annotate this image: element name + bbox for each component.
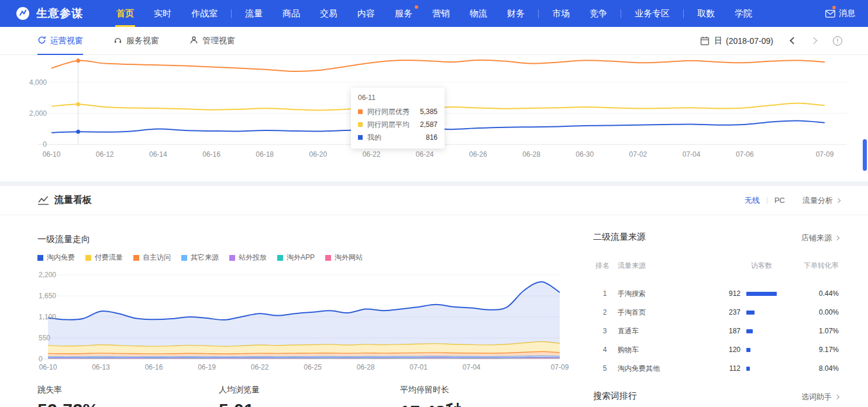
nav-label: 交易 xyxy=(320,8,337,19)
stat-value: 59.73% xyxy=(37,400,99,407)
table-row[interactable]: 2 手淘首页 237 0.00% xyxy=(593,303,839,322)
nav-label: 财务 xyxy=(507,8,525,19)
app-title: 生意参谋 xyxy=(36,6,83,21)
tab-operations-view[interactable]: 运营视窗 xyxy=(37,27,83,54)
conversion-cell: 0.00% xyxy=(786,303,839,322)
stat-label: 跳失率 xyxy=(37,385,99,395)
message-label: 消息 xyxy=(839,8,855,19)
legend-swatch xyxy=(277,255,283,261)
prev-date-button[interactable] xyxy=(790,37,797,44)
legend-item[interactable]: 淘内免费 xyxy=(37,253,75,263)
legend-item[interactable]: 淘外网站 xyxy=(325,253,363,263)
legend-swatch xyxy=(325,255,331,261)
table-row[interactable]: 1 手淘搜索 912 0.44% xyxy=(593,284,839,303)
tooltip-series-label: 我的 xyxy=(367,131,381,144)
nav-item-data-query[interactable]: 取数 xyxy=(687,0,725,27)
nav-divider xyxy=(231,9,232,18)
message-badge-dot xyxy=(832,6,836,9)
table-row[interactable]: 3 直通车 187 1.07% xyxy=(593,322,839,340)
keyword-helper-link[interactable]: 选词助手 xyxy=(801,392,839,402)
legend-item[interactable]: 付费流量 xyxy=(85,253,123,263)
svg-text:06-22: 06-22 xyxy=(363,150,381,158)
svg-text:07-01: 07-01 xyxy=(409,363,428,371)
nav-label: 内容 xyxy=(357,8,375,19)
source-cell[interactable]: 手淘搜索 xyxy=(618,284,646,303)
nav-item-marketing[interactable]: 营销 xyxy=(422,0,460,27)
nav-label: 物流 xyxy=(470,8,487,19)
nav-item-business-zone[interactable]: 业务专区 xyxy=(625,0,680,27)
nav-item-content[interactable]: 内容 xyxy=(347,0,385,27)
nav-item-trade[interactable]: 交易 xyxy=(310,0,347,27)
tooltip-series-label: 同行同层平均 xyxy=(367,118,409,131)
nav-item-traffic[interactable]: 流量 xyxy=(235,0,273,27)
nav-item-academy[interactable]: 学院 xyxy=(725,0,762,27)
nav-item-service[interactable]: 服务 xyxy=(385,0,422,27)
visitors-bar xyxy=(746,292,777,296)
secondary-traffic-title: 二级流量来源 xyxy=(593,232,646,243)
nav-divider xyxy=(621,9,621,18)
svg-text:06-28: 06-28 xyxy=(357,363,375,371)
source-cell[interactable]: 购物车 xyxy=(618,340,639,359)
calendar-icon[interactable] xyxy=(700,36,709,46)
svg-text:07-02: 07-02 xyxy=(629,150,647,158)
nav-label: 竞争 xyxy=(590,8,607,19)
nav-item-market[interactable]: 市场 xyxy=(542,0,580,27)
board-title: 流量看板 xyxy=(54,194,92,206)
svg-text:0: 0 xyxy=(43,140,47,149)
source-cell[interactable]: 直通车 xyxy=(618,322,639,340)
channel-toggle-wireless[interactable]: 无线 xyxy=(745,195,760,206)
legend-item[interactable]: 站外投放 xyxy=(229,253,267,263)
table-row[interactable]: 5 淘内免费其他 112 8.04% xyxy=(593,359,839,378)
legend-label: 付费流量 xyxy=(95,253,123,263)
legend-label: 自主访问 xyxy=(143,253,171,263)
traffic-analysis-link[interactable]: 流量分析 xyxy=(802,195,840,206)
nav-label: 学院 xyxy=(735,8,752,19)
message-icon xyxy=(825,10,835,18)
trend-chart-card: 02,0004,00006-1006-1206-1406-1606-1806-2… xyxy=(0,55,868,181)
legend-swatch xyxy=(133,255,139,261)
notification-dot xyxy=(415,5,418,9)
source-cell[interactable]: 淘内免费其他 xyxy=(618,359,660,378)
tab-service-view[interactable]: 服务视窗 xyxy=(113,27,159,54)
nav-item-home[interactable]: 首页 xyxy=(106,0,144,27)
channel-toggle-pc[interactable]: PC xyxy=(774,196,785,205)
nav-message[interactable]: 消息 xyxy=(825,8,855,19)
nav-item-war-room[interactable]: 作战室 xyxy=(181,0,228,27)
rank-cell: 5 xyxy=(598,359,612,378)
svg-text:1,100: 1,100 xyxy=(39,313,56,321)
legend-item[interactable]: 淘外APP xyxy=(277,253,315,263)
legend-item[interactable]: 自主访问 xyxy=(133,253,171,263)
svg-text:07-04: 07-04 xyxy=(683,150,701,158)
nav-item-competition[interactable]: 竞争 xyxy=(580,0,617,27)
next-date-button[interactable] xyxy=(810,37,818,44)
legend-label: 站外投放 xyxy=(239,253,267,263)
nav-label: 商品 xyxy=(283,8,300,19)
nav-label: 营销 xyxy=(432,8,450,19)
visitors-cell: 912 xyxy=(687,284,740,303)
column-header-visitors: 访客数 xyxy=(714,261,772,271)
nav-item-product[interactable]: 商品 xyxy=(273,0,310,27)
app-logo[interactable]: 生意参谋 xyxy=(15,6,83,21)
scrollbar-thumb[interactable] xyxy=(863,139,867,171)
primary-traffic-area-chart[interactable]: 05501,1001,6502,20006-1006-1306-1606-190… xyxy=(37,264,576,377)
info-icon[interactable] xyxy=(833,36,842,46)
source-cell[interactable]: 手淘首页 xyxy=(618,303,646,322)
tab-label: 管理视窗 xyxy=(202,36,235,46)
nav-label: 市场 xyxy=(552,8,570,19)
svg-text:2,200: 2,200 xyxy=(39,271,56,279)
svg-text:06-26: 06-26 xyxy=(469,150,487,158)
date-granularity[interactable]: 日 xyxy=(714,36,722,46)
legend-item[interactable]: 其它来源 xyxy=(181,253,219,263)
link-label: 选词助手 xyxy=(801,392,832,402)
date-value[interactable]: (2018-07-09) xyxy=(726,36,773,46)
person-icon xyxy=(190,36,198,46)
visitors-bar xyxy=(746,348,750,352)
nav-item-realtime[interactable]: 实时 xyxy=(144,0,181,27)
shop-source-link[interactable]: 店铺来源 xyxy=(801,233,839,243)
tab-management-view[interactable]: 管理视窗 xyxy=(190,27,235,54)
nav-item-logistics[interactable]: 物流 xyxy=(460,0,497,27)
svg-text:550: 550 xyxy=(39,334,50,342)
rank-cell: 1 xyxy=(598,284,612,303)
nav-item-finance[interactable]: 财务 xyxy=(497,0,535,27)
table-row[interactable]: 4 购物车 120 9.17% xyxy=(593,340,839,359)
